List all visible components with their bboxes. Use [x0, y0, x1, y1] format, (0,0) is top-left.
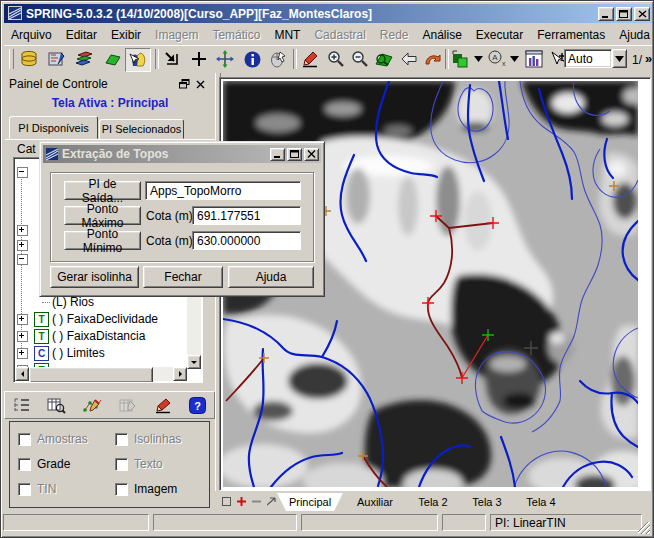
close-panel-icon[interactable]: [196, 80, 205, 89]
info-icon[interactable]: [240, 48, 264, 70]
undo-icon[interactable]: [421, 48, 445, 70]
mouse-icon[interactable]: [266, 48, 290, 70]
grade-checkbox[interactable]: [18, 458, 31, 471]
tab-pi-selecionados[interactable]: PI Selecionados: [99, 119, 184, 139]
minimize-button[interactable]: [598, 7, 614, 21]
scale-combobox-arrow-icon[interactable]: [612, 49, 627, 68]
tab-auxiliar[interactable]: Auxiliar: [345, 494, 405, 510]
toolbar-separator: [155, 49, 159, 69]
toolbar-grip[interactable]: [9, 49, 14, 69]
scale-combobox[interactable]: Auto: [564, 49, 612, 68]
list-icon[interactable]: [13, 397, 31, 413]
cota-maxima-field[interactable]: 691.177551: [192, 206, 301, 225]
previous-view-icon[interactable]: [397, 48, 421, 70]
maximize-button[interactable]: [616, 7, 632, 21]
menu-arquivo[interactable]: Arquivo: [4, 26, 59, 44]
detach-screen-icon[interactable]: [267, 497, 277, 506]
recompose-icon[interactable]: [372, 48, 396, 70]
ponto-minimo-button[interactable]: Ponto Mínimo: [64, 231, 141, 250]
resize-grip[interactable]: [638, 522, 650, 534]
zoom-in-icon[interactable]: [324, 48, 348, 70]
tab-label: PI Selecionados: [102, 123, 182, 135]
thematic-layer-icon: T: [34, 329, 49, 344]
menu-executar[interactable]: Executar: [469, 26, 530, 44]
title-bar[interactable]: SPRING-5.0.3.2 (14/10/2008)[Curso_APP][F…: [4, 4, 652, 23]
menu-bar: Arquivo Editar Exibir Imagem Temático MN…: [4, 25, 652, 44]
tin-checkbox[interactable]: [18, 483, 31, 496]
hscrollbar-thumb[interactable]: [29, 367, 153, 383]
status-segment-3: [301, 514, 438, 531]
acquire-cursor-icon[interactable]: [125, 48, 151, 72]
vector-visual-dropdown-icon[interactable]: [472, 48, 484, 70]
close-button[interactable]: [634, 7, 650, 21]
imagem-label: Imagem: [134, 482, 177, 496]
pan-arrows-icon[interactable]: [213, 48, 237, 70]
imagem-checkbox[interactable]: [115, 483, 128, 496]
menu-mnt[interactable]: MNT: [267, 26, 307, 44]
fechar-button[interactable]: Fechar: [143, 266, 223, 288]
menu-analise[interactable]: Análise: [416, 26, 469, 44]
remove-screen-icon[interactable]: [252, 497, 261, 506]
pi-saida-field[interactable]: Apps_TopoMorro: [145, 181, 301, 200]
texto-label: Texto: [134, 457, 163, 471]
dialog-title-bar[interactable]: Extração de Topos: [43, 145, 321, 163]
tab-tela-3[interactable]: Tela 3: [461, 494, 513, 510]
layers-icon[interactable]: [72, 48, 96, 70]
vector-visual-icon[interactable]: [450, 48, 470, 70]
database-icon[interactable]: [17, 48, 41, 70]
texto-checkbox[interactable]: [115, 458, 128, 471]
eraser-pencil-icon[interactable]: [298, 48, 322, 70]
crosshair-plus-icon[interactable]: [187, 48, 211, 70]
tree-expand-icon[interactable]: [17, 225, 28, 236]
scale-dropdown-icon[interactable]: [508, 48, 520, 70]
histogram-icon[interactable]: [522, 48, 546, 70]
help-icon[interactable]: ?: [189, 397, 206, 414]
menu-ajuda[interactable]: Ajuda: [612, 26, 654, 44]
tab-tela-2[interactable]: Tela 2: [407, 494, 459, 510]
dialog-close-button[interactable]: [304, 148, 319, 161]
tree-hscrollbar[interactable]: [15, 367, 187, 381]
scale-icon[interactable]: Ax1: [486, 48, 506, 70]
tree-expand-icon[interactable]: [17, 314, 28, 325]
window-box-icon[interactable]: [222, 497, 231, 506]
tree-item-faixadeclividade[interactable]: T ( ) FaixaDeclividade: [14, 311, 158, 327]
add-screen-icon[interactable]: [237, 497, 246, 506]
tab-pi-disponiveis[interactable]: PI Disponíveis: [9, 116, 98, 139]
menu-exibir[interactable]: Exibir: [104, 26, 148, 44]
float-panel-icon[interactable]: [179, 79, 190, 89]
dialog-minimize-button[interactable]: [270, 148, 285, 161]
isolinhas-checkbox[interactable]: [115, 433, 128, 446]
tree-collapse-icon[interactable]: [17, 167, 28, 178]
toolbar-overflow-chevron[interactable]: »: [645, 51, 652, 66]
tree-expand-icon[interactable]: [17, 348, 28, 359]
tree-item-faixadistancia[interactable]: T ( ) FaixaDistancia: [14, 328, 145, 344]
measure-icon[interactable]: [45, 48, 69, 70]
menu-ferramentas[interactable]: Ferramentas: [530, 26, 612, 44]
tree-expand-icon[interactable]: [17, 240, 28, 251]
tab-label: Tela 3: [472, 496, 501, 508]
corner-arrow-icon[interactable]: [160, 48, 184, 70]
dialog-maximize-button[interactable]: [287, 148, 302, 161]
amostras-checkbox[interactable]: [18, 433, 31, 446]
eraser-line-icon[interactable]: [154, 397, 172, 414]
tab-principal[interactable]: Principal: [277, 493, 343, 511]
tree-collapse-icon[interactable]: [17, 254, 28, 265]
zoom-out-icon[interactable]: [348, 48, 372, 70]
gerar-isolinha-button[interactable]: Gerar isolinha: [50, 266, 139, 288]
pi-saida-button[interactable]: PI de Saída...: [64, 181, 141, 200]
ponto-maximo-button[interactable]: Ponto Máximo: [64, 206, 141, 225]
table-search-icon[interactable]: [47, 397, 66, 414]
extracao-de-topos-dialog: Extração de Topos PI de Saída... Apps_To…: [39, 141, 325, 297]
control-panel-title: Painel de Controle: [9, 77, 108, 91]
tab-tela-4[interactable]: Tela 4: [515, 494, 567, 510]
vector-edit-icon[interactable]: [83, 397, 103, 414]
cota-minima-field[interactable]: 630.000000: [192, 231, 301, 250]
plane-layer-icon[interactable]: [99, 48, 123, 70]
ajuda-button[interactable]: Ajuda: [228, 266, 314, 288]
control-panel-header[interactable]: Painel de Controle: [9, 76, 209, 92]
tree-expand-icon[interactable]: [17, 331, 28, 342]
tree-item-limites[interactable]: C ( ) Limites: [14, 345, 105, 361]
menu-editar[interactable]: Editar: [59, 26, 104, 44]
tree-item-label: ( ) FaixaDeclividade: [52, 312, 158, 326]
table-edit-icon[interactable]: [119, 397, 138, 414]
